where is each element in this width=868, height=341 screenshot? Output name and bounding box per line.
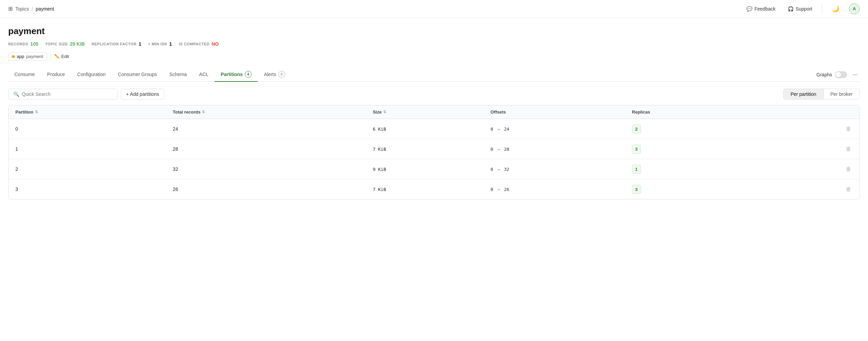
tab-alerts[interactable]: Alerts 0 bbox=[258, 68, 291, 82]
graphs-label: Graphs bbox=[816, 72, 832, 77]
meta-compacted-label: IS COMPACTED bbox=[179, 42, 210, 46]
delete-row-button[interactable]: 🗑 bbox=[844, 124, 853, 133]
tabs-list: Consume Produce Configuration Consumer G… bbox=[8, 68, 816, 81]
cell-total-records: 26 bbox=[166, 179, 366, 199]
cell-offsets: 0 → 24 bbox=[484, 119, 625, 139]
breadcrumb-topics[interactable]: Topics bbox=[15, 6, 29, 12]
cell-partition: 2 bbox=[9, 159, 166, 179]
sort-total-records[interactable]: Total records ⇅ bbox=[173, 109, 205, 115]
cell-replicas: 3 bbox=[625, 179, 764, 199]
tab-acl[interactable]: ACL bbox=[193, 68, 214, 81]
sort-partition-icon: ⇅ bbox=[35, 110, 38, 114]
feedback-button[interactable]: 💬 Feedback bbox=[744, 5, 778, 13]
tag-app-value: payment bbox=[26, 54, 43, 59]
cell-total-records: 32 bbox=[166, 159, 366, 179]
tab-acl-label: ACL bbox=[199, 72, 208, 77]
tab-consume[interactable]: Consume bbox=[8, 68, 41, 81]
graphs-toggle: Graphs bbox=[816, 71, 847, 78]
graphs-toggle-switch[interactable] bbox=[835, 71, 847, 78]
cell-offsets: 0 → 26 bbox=[484, 179, 625, 199]
support-icon: 🎧 bbox=[788, 6, 794, 12]
col-actions bbox=[764, 105, 859, 119]
per-broker-button[interactable]: Per broker bbox=[824, 89, 859, 99]
feedback-icon: 💬 bbox=[746, 6, 752, 12]
feedback-label: Feedback bbox=[754, 6, 775, 12]
meta-records-label: RECORDS bbox=[8, 42, 28, 46]
col-offsets: Offsets bbox=[484, 105, 625, 119]
cell-partition: 3 bbox=[9, 179, 166, 199]
sort-size-icon: ⇅ bbox=[383, 110, 386, 114]
tags-bar: app payment ✏️ Edit bbox=[8, 52, 860, 61]
cell-replicas: 1 bbox=[625, 159, 764, 179]
table-row: 0 24 6 KiB 0 → 24 2 🗑 bbox=[9, 119, 859, 139]
partitions-count-badge: 4 bbox=[245, 71, 252, 78]
tag-dot-icon bbox=[12, 55, 15, 58]
delete-row-button[interactable]: 🗑 bbox=[844, 165, 853, 174]
tabs-bar: Consume Produce Configuration Consumer G… bbox=[8, 68, 860, 82]
tab-alerts-label: Alerts bbox=[264, 72, 276, 77]
cell-replicas: 2 bbox=[625, 119, 764, 139]
nav-divider bbox=[822, 4, 822, 14]
avatar[interactable]: A bbox=[849, 3, 860, 14]
tab-partitions[interactable]: Partitions 4 bbox=[214, 68, 258, 82]
tab-consumer-groups-label: Consumer Groups bbox=[118, 72, 157, 77]
more-options-button[interactable]: ··· bbox=[851, 70, 860, 79]
meta-topic-size-label: TOPIC SIZE bbox=[45, 42, 68, 46]
tab-produce[interactable]: Produce bbox=[41, 68, 71, 81]
table: Partition ⇅ Total records ⇅ Size ⇅ bbox=[9, 105, 859, 199]
support-button[interactable]: 🎧 Support bbox=[785, 5, 815, 13]
table-body: 0 24 6 KiB 0 → 24 2 🗑 1 28 7 KiB 0 → 28 … bbox=[9, 119, 859, 199]
col-size: Size ⇅ bbox=[366, 105, 484, 119]
toolbar: 🔍 + Add partitions Per partition Per bro… bbox=[8, 89, 860, 100]
meta-records: RECORDS 105 bbox=[8, 41, 38, 47]
cell-offsets: 0 → 32 bbox=[484, 159, 625, 179]
cell-replicas: 3 bbox=[625, 139, 764, 159]
meta-compacted-value: NO bbox=[212, 41, 219, 47]
tabs-right-actions: Graphs ··· bbox=[816, 70, 860, 79]
meta-replication-label: REPLICATION FACTOR bbox=[92, 42, 137, 46]
meta-bar: RECORDS 105 TOPIC SIZE 29 KiB REPLICATIO… bbox=[8, 41, 860, 47]
delete-row-button[interactable]: 🗑 bbox=[844, 145, 853, 153]
per-partition-button[interactable]: Per partition bbox=[784, 89, 823, 99]
app-tag[interactable]: app payment bbox=[8, 52, 47, 61]
cell-partition: 0 bbox=[9, 119, 166, 139]
cell-offsets: 0 → 28 bbox=[484, 139, 625, 159]
tab-produce-label: Produce bbox=[47, 72, 65, 77]
breadcrumb-separator: / bbox=[32, 6, 33, 12]
col-replicas-label: Replicas bbox=[632, 109, 650, 115]
sort-total-records-icon: ⇅ bbox=[202, 110, 205, 114]
support-label: Support bbox=[796, 6, 812, 12]
sort-partition[interactable]: Partition ⇅ bbox=[15, 109, 38, 115]
grid-icon: ⊞ bbox=[8, 5, 13, 12]
cell-total-records: 24 bbox=[166, 119, 366, 139]
meta-min-isr: < MIN ISR 1 bbox=[148, 41, 172, 47]
meta-is-compacted: IS COMPACTED NO bbox=[179, 41, 219, 47]
col-total-records-label: Total records bbox=[173, 109, 200, 115]
cell-partition: 1 bbox=[9, 139, 166, 159]
nav-actions: 💬 Feedback 🎧 Support 🌙 A bbox=[744, 3, 860, 14]
edit-icon: ✏️ bbox=[54, 54, 60, 59]
page-content: payment RECORDS 105 TOPIC SIZE 29 KiB RE… bbox=[0, 18, 868, 199]
add-partitions-button[interactable]: + Add partitions bbox=[121, 89, 164, 100]
sort-size[interactable]: Size ⇅ bbox=[373, 109, 386, 115]
search-input[interactable] bbox=[22, 91, 112, 97]
edit-button[interactable]: ✏️ Edit bbox=[54, 54, 69, 59]
meta-replication-value: 1 bbox=[139, 41, 141, 47]
meta-topic-size-value: 29 KiB bbox=[70, 41, 85, 47]
breadcrumb: ⊞ Topics / payment bbox=[8, 5, 54, 12]
alerts-count-badge: 0 bbox=[278, 71, 285, 78]
theme-toggle-button[interactable]: 🌙 bbox=[829, 4, 842, 14]
table-row: 2 32 9 KiB 0 → 32 1 🗑 bbox=[9, 159, 859, 179]
tag-app-label: app bbox=[17, 54, 24, 59]
meta-replication-factor: REPLICATION FACTOR 1 bbox=[92, 41, 141, 47]
table-header-row: Partition ⇅ Total records ⇅ Size ⇅ bbox=[9, 105, 859, 119]
delete-row-button[interactable]: 🗑 bbox=[844, 185, 853, 194]
cell-size: 7 KiB bbox=[366, 179, 484, 199]
cell-size: 7 KiB bbox=[366, 139, 484, 159]
tab-schema[interactable]: Schema bbox=[163, 68, 193, 81]
top-nav: ⊞ Topics / payment 💬 Feedback 🎧 Support … bbox=[0, 0, 868, 18]
tab-partitions-label: Partitions bbox=[221, 72, 243, 77]
tab-configuration[interactable]: Configuration bbox=[71, 68, 112, 81]
tags-divider bbox=[51, 53, 51, 61]
tab-consumer-groups[interactable]: Consumer Groups bbox=[112, 68, 163, 81]
